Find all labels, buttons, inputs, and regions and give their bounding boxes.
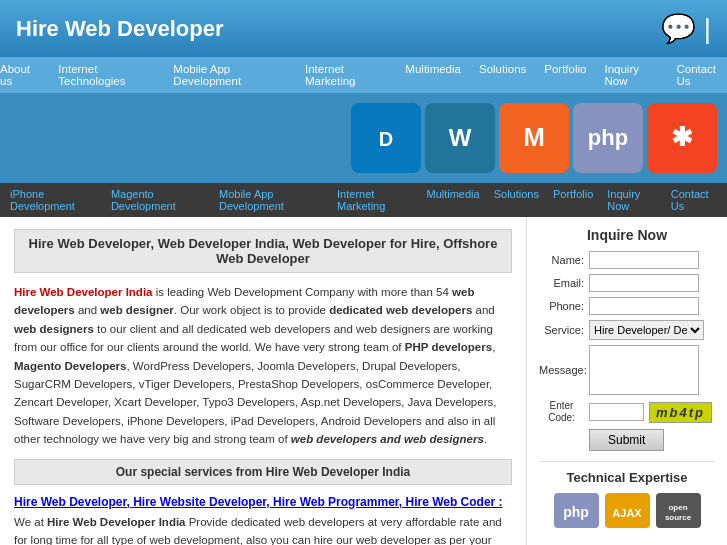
- nav2-solutions[interactable]: Solutions: [494, 188, 539, 212]
- nav2-contact[interactable]: Contact Us: [671, 188, 717, 212]
- ajax-tech-logo: AJAX: [605, 493, 650, 528]
- section1-link[interactable]: Hire Web Developer, Hire Website Develop…: [14, 495, 512, 509]
- second-nav: iPhone Development Magento Development M…: [0, 183, 727, 217]
- php-tech-logo: php: [554, 493, 599, 528]
- chat-icon: 💬 |: [661, 12, 711, 45]
- svg-text:W: W: [449, 124, 472, 151]
- banner: D W M php ✱: [0, 93, 727, 183]
- intro-body: is leading Web Development Company with …: [14, 286, 496, 445]
- header: Hire Web Developer 💬 |: [0, 0, 727, 57]
- joomla-logo: ✱: [647, 103, 717, 173]
- email-field-group: Email:: [539, 274, 715, 292]
- phone-field-group: Phone:: [539, 297, 715, 315]
- nav-about[interactable]: About us: [0, 63, 40, 87]
- name-input[interactable]: [589, 251, 699, 269]
- svg-text:source: source: [665, 513, 692, 522]
- submit-button[interactable]: Submit: [589, 429, 664, 451]
- wordpress-logo: W: [425, 103, 495, 173]
- phone-label: Phone:: [539, 300, 584, 312]
- svg-text:M: M: [523, 122, 545, 152]
- svg-text:open: open: [668, 503, 687, 512]
- service-label: Service:: [539, 324, 584, 336]
- section1-text: We at Hire Web Developer India Provide d…: [14, 513, 512, 545]
- name-field-group: Name:: [539, 251, 715, 269]
- captcha-image: mb4tp: [649, 402, 712, 423]
- inquire-heading: Inquire Now: [539, 227, 715, 243]
- magento-logo: M: [499, 103, 569, 173]
- nav-inquiry[interactable]: Inquiry Now: [604, 63, 658, 87]
- brand-name: Hire Web Developer India: [14, 286, 152, 298]
- top-nav: About us Internet Technologies Mobile Ap…: [0, 57, 727, 93]
- nav2-inquiry[interactable]: Inquiry Now: [607, 188, 656, 212]
- service-select[interactable]: Hire Developer/ Designer: [589, 320, 704, 340]
- opensource-tech-logo: opensource: [656, 493, 701, 528]
- nav-multimedia[interactable]: Multimedia: [405, 63, 461, 87]
- nav-mobile-app[interactable]: Mobile App Development: [173, 63, 287, 87]
- name-label: Name:: [539, 254, 584, 266]
- service-field-group: Service: Hire Developer/ Designer: [539, 320, 715, 340]
- php-logo: php: [573, 103, 643, 173]
- svg-text:php: php: [563, 504, 589, 520]
- main-heading: Hire Web Developer, Web Developer India,…: [14, 229, 512, 273]
- tech-logos: php AJAX opensource: [539, 493, 715, 528]
- email-input[interactable]: [589, 274, 699, 292]
- main-layout: Hire Web Developer, Web Developer India,…: [0, 217, 727, 545]
- svg-text:D: D: [379, 128, 393, 150]
- nav2-marketing[interactable]: Internet Marketing: [337, 188, 412, 212]
- nav2-portfolio[interactable]: Portfolio: [553, 188, 593, 212]
- nav2-iphone[interactable]: iPhone Development: [10, 188, 97, 212]
- special-heading: Our special services from Hire Web Devel…: [14, 459, 512, 485]
- email-label: Email:: [539, 277, 584, 289]
- captcha-input[interactable]: [589, 403, 644, 421]
- tech-heading: Technical Expertise: [539, 461, 715, 485]
- nav2-mobile[interactable]: Mobile App Development: [219, 188, 323, 212]
- nav-contact[interactable]: Contact Us: [676, 63, 727, 87]
- svg-text:AJAX: AJAX: [612, 507, 642, 519]
- message-field-group: Message:: [539, 345, 715, 395]
- phone-input[interactable]: [589, 297, 699, 315]
- main-content: Hire Web Developer, Web Developer India,…: [0, 217, 527, 545]
- nav-internet-marketing[interactable]: Internet Marketing: [305, 63, 387, 87]
- message-input[interactable]: [589, 345, 699, 395]
- nav-solutions[interactable]: Solutions: [479, 63, 526, 87]
- captcha-label: EnterCode:: [539, 400, 584, 424]
- captcha-row: EnterCode: mb4tp: [539, 400, 715, 424]
- nav2-multimedia[interactable]: Multimedia: [426, 188, 479, 212]
- intro-paragraph: Hire Web Developer India is leading Web …: [14, 283, 512, 449]
- svg-text:✱: ✱: [671, 122, 693, 152]
- nav-internet-tech[interactable]: Internet Technologies: [58, 63, 155, 87]
- site-title: Hire Web Developer: [16, 16, 223, 42]
- message-label: Message:: [539, 364, 584, 376]
- sidebar: Inquire Now Name: Email: Phone: Service:…: [527, 217, 727, 545]
- nav2-magento[interactable]: Magento Development: [111, 188, 205, 212]
- nav-portfolio[interactable]: Portfolio: [544, 63, 586, 87]
- banner-logos: D W M php ✱: [351, 103, 727, 173]
- svg-text:php: php: [588, 125, 628, 150]
- drupal-logo: D: [351, 103, 421, 173]
